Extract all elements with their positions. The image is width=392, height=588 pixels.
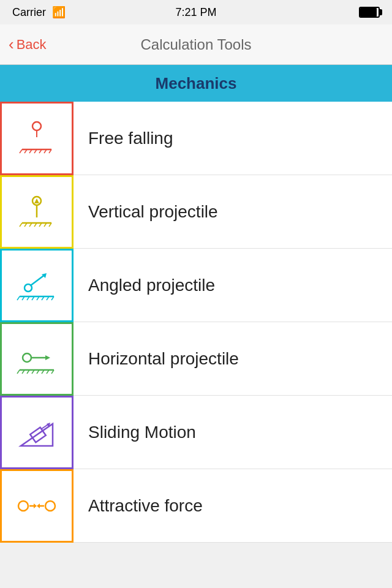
- carrier-label: Carrier: [12, 6, 46, 19]
- free-falling-label: Free falling: [74, 129, 173, 148]
- attractive-force-icon: [15, 484, 59, 528]
- svg-point-49: [18, 501, 28, 511]
- list-item[interactable]: Vertical projectile: [0, 175, 392, 249]
- section-title: Mechanics: [156, 74, 237, 93]
- svg-point-50: [45, 501, 55, 511]
- list-item[interactable]: Angled projectile: [0, 249, 392, 322]
- svg-line-3: [20, 149, 22, 153]
- svg-marker-12: [34, 198, 39, 203]
- angled-projectile-icon: [15, 263, 59, 307]
- sliding-motion-icon: [15, 410, 59, 454]
- svg-point-0: [32, 122, 41, 130]
- svg-line-22: [31, 274, 45, 285]
- wifi-icon: 📶: [52, 6, 66, 19]
- back-label: Back: [17, 37, 47, 53]
- svg-line-25: [17, 296, 20, 300]
- horizontal-projectile-icon: [15, 337, 59, 381]
- svg-point-33: [23, 353, 31, 362]
- section-header: Mechanics: [0, 65, 392, 102]
- back-button[interactable]: ‹ Back: [9, 37, 47, 53]
- list-item[interactable]: Sliding Motion: [0, 396, 392, 469]
- free-falling-icon: [15, 116, 59, 160]
- mechanics-list: Free falling Vertical projectile: [0, 102, 392, 543]
- svg-marker-52: [34, 503, 37, 508]
- battery-icon: [359, 7, 380, 18]
- status-left: Carrier 📶: [12, 6, 66, 19]
- attractive-force-icon-box: [0, 469, 74, 543]
- page-title: Calculation Tools: [141, 36, 252, 53]
- list-item[interactable]: Free falling: [0, 102, 392, 175]
- vertical-projectile-icon: [15, 190, 59, 234]
- svg-marker-35: [45, 355, 50, 360]
- back-chevron-icon: ‹: [9, 36, 14, 52]
- angled-projectile-icon-box: [0, 249, 74, 322]
- horizontal-projectile-icon-box: [0, 322, 74, 396]
- free-falling-icon-box: [0, 102, 74, 175]
- horizontal-projectile-label: Horizontal projectile: [74, 349, 239, 369]
- list-item[interactable]: Horizontal projectile: [0, 322, 392, 396]
- status-time: 7:21 PM: [175, 6, 216, 19]
- vertical-projectile-icon-box: [0, 175, 74, 249]
- svg-line-14: [20, 223, 22, 227]
- list-item[interactable]: Attractive force: [0, 469, 392, 543]
- sliding-motion-icon-box: [0, 396, 74, 469]
- nav-bar: ‹ Back Calculation Tools: [0, 24, 392, 65]
- angled-projectile-label: Angled projectile: [74, 276, 215, 295]
- status-bar: Carrier 📶 7:21 PM: [0, 0, 392, 24]
- sliding-motion-label: Sliding Motion: [74, 423, 196, 442]
- attractive-force-label: Attractive force: [74, 496, 203, 516]
- svg-marker-54: [37, 503, 40, 508]
- vertical-projectile-label: Vertical projectile: [74, 202, 218, 222]
- svg-line-37: [17, 370, 20, 374]
